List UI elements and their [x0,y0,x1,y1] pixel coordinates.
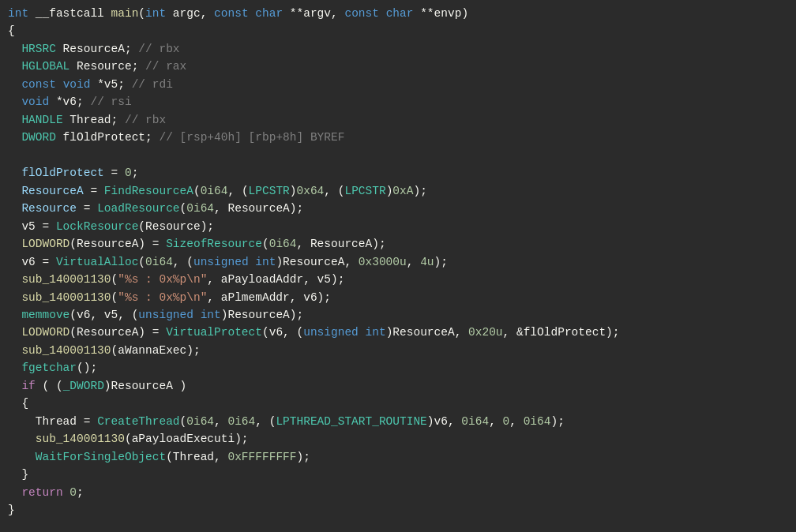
code-viewer: int __fastcall main(int argc, const char… [0,0,796,532]
code-line-24: Thread = CreateThread(0i64, 0i64, (LPTHR… [8,413,788,430]
code-line-28: return 0; [8,484,788,501]
code-line-8: DWORD flOldProtect; // [rsp+40h] [rbp+8h… [8,129,788,146]
code-line-18: memmove(v6, v5, (unsigned int)ResourceA)… [8,306,788,324]
code-line-9 [8,147,788,164]
code-line-25: sub_140001130(aPayloadExecuti); [8,430,788,448]
code-line-14: LODWORD(ResourceA) = SizeofResource(0i64… [8,235,788,253]
code-line-11: ResourceA = FindResourceA(0i64, (LPCSTR)… [8,182,788,200]
code-line-1: int __fastcall main(int argc, const char… [8,5,788,22]
code-line-6: void *v6; // rsi [8,93,788,111]
code-line-12: Resource = LoadResource(0i64, ResourceA)… [8,200,788,217]
code-line-29: } [8,501,788,519]
code-line-3: HRSRC ResourceA; // rbx [8,40,788,58]
code-line-16: sub_140001130("%s : 0x%p\n", aPayloadAdd… [8,271,788,288]
code-line-22: if ( (_DWORD)ResourceA ) [8,377,788,395]
code-line-20: sub_140001130(aWannaExec); [8,342,788,359]
code-line-4: HGLOBAL Resource; // rax [8,58,788,75]
code-line-23: { [8,395,788,412]
code-line-21: fgetchar(); [8,359,788,377]
code-line-10: flOldProtect = 0; [8,164,788,182]
code-line-2: { [8,22,788,39]
code-line-15: v6 = VirtualAlloc(0i64, (unsigned int)Re… [8,253,788,271]
code-line-27: } [8,466,788,483]
code-line-26: WaitForSingleObject(Thread, 0xFFFFFFFF); [8,448,788,466]
code-line-17: sub_140001130("%s : 0x%p\n", aPlmemAddr,… [8,289,788,306]
code-line-19: LODWORD(ResourceA) = VirtualProtect(v6, … [8,324,788,341]
code-line-7: HANDLE Thread; // rbx [8,111,788,129]
code-line-13: v5 = LockResource(Resource); [8,218,788,235]
code-line-5: const void *v5; // rdi [8,76,788,93]
